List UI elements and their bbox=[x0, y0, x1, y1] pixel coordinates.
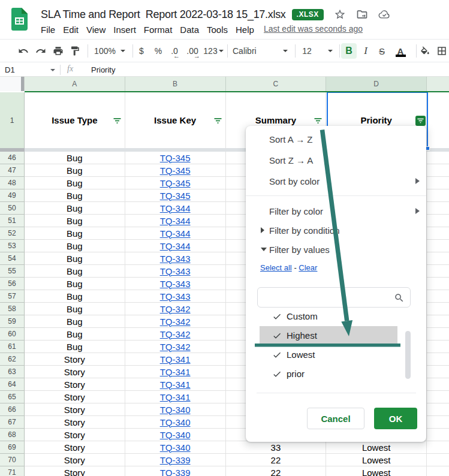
row-header-51[interactable]: 51 bbox=[0, 215, 25, 227]
row-header-60[interactable]: 60 bbox=[0, 328, 25, 341]
row-header-53[interactable]: 53 bbox=[0, 240, 25, 252]
cell-empty[interactable] bbox=[427, 353, 449, 366]
cell-empty[interactable] bbox=[427, 189, 449, 202]
format-percent-button[interactable]: % bbox=[152, 40, 164, 62]
cell-empty[interactable] bbox=[427, 215, 449, 227]
row-header-64[interactable]: 64 bbox=[0, 378, 25, 391]
filter-button-d[interactable] bbox=[415, 116, 426, 126]
issue-key-link[interactable]: TQ-341 bbox=[160, 392, 191, 402]
zoom-select[interactable]: 100% bbox=[93, 40, 117, 62]
row-header-47[interactable]: 47 bbox=[0, 164, 25, 177]
issue-key-link[interactable]: TQ-344 bbox=[160, 216, 191, 226]
cell-issue-key[interactable]: TQ-342 bbox=[125, 315, 226, 328]
clear-link[interactable]: Clear bbox=[299, 263, 317, 272]
last-edit-link[interactable]: Last edit was seconds ago bbox=[264, 24, 363, 34]
filter-icon-a[interactable] bbox=[113, 116, 121, 126]
sheets-logo-icon[interactable] bbox=[11, 8, 28, 31]
issue-key-link[interactable]: TQ-341 bbox=[160, 379, 191, 390]
cell-issue-type[interactable]: Story bbox=[25, 366, 125, 378]
cell-empty[interactable] bbox=[427, 227, 449, 240]
cell-issue-key[interactable]: TQ-345 bbox=[125, 177, 226, 189]
row-header-59[interactable]: 59 bbox=[0, 315, 25, 328]
decrease-decimal-button[interactable]: .0← bbox=[168, 40, 181, 62]
redo-button[interactable] bbox=[34, 40, 47, 62]
cell-a1[interactable]: Issue Type bbox=[25, 92, 125, 148]
bold-button[interactable]: B bbox=[341, 40, 357, 62]
issue-key-link[interactable]: TQ-341 bbox=[160, 354, 191, 364]
filter-icon-b[interactable] bbox=[214, 116, 222, 126]
cell-empty[interactable] bbox=[427, 454, 449, 466]
menu-edit[interactable]: Edit bbox=[63, 25, 79, 35]
cell-issue-key[interactable]: TQ-342 bbox=[125, 341, 226, 353]
cell-issue-key[interactable]: TQ-341 bbox=[125, 353, 226, 366]
cell-issue-key[interactable]: TQ-345 bbox=[125, 189, 226, 202]
column-header-B[interactable]: B bbox=[125, 77, 226, 91]
row-header-66[interactable]: 66 bbox=[0, 403, 25, 416]
cell-issue-type[interactable]: Story bbox=[25, 454, 125, 466]
filter-value-custom[interactable]: Custom bbox=[260, 307, 397, 326]
cell-issue-key[interactable]: TQ-341 bbox=[125, 366, 226, 378]
row-header-48[interactable]: 48 bbox=[0, 177, 25, 189]
issue-key-link[interactable]: TQ-345 bbox=[160, 153, 191, 163]
undo-button[interactable] bbox=[17, 40, 30, 62]
cloud-status-icon[interactable] bbox=[378, 8, 390, 20]
cell-empty[interactable] bbox=[427, 240, 449, 252]
cell-issue-key[interactable]: TQ-345 bbox=[125, 164, 226, 177]
issue-key-link[interactable]: TQ-343 bbox=[160, 254, 191, 264]
more-formats-caret-icon[interactable] bbox=[218, 40, 224, 62]
cell-empty[interactable] bbox=[427, 441, 449, 454]
issue-key-link[interactable]: TQ-343 bbox=[160, 266, 191, 276]
document-title[interactable]: SLA Time and Report Report 2022-03-18 15… bbox=[41, 8, 286, 21]
cell-issue-type[interactable]: Bug bbox=[25, 265, 125, 278]
issue-key-link[interactable]: TQ-339 bbox=[160, 468, 191, 476]
cell-issue-type[interactable]: Story bbox=[25, 378, 125, 391]
cell-priority[interactable]: Lowest bbox=[326, 466, 427, 476]
issue-key-link[interactable]: TQ-341 bbox=[160, 367, 191, 377]
cell-issue-key[interactable]: TQ-344 bbox=[125, 227, 226, 240]
cell-issue-type[interactable]: Bug bbox=[25, 328, 125, 341]
cell-issue-type[interactable]: Bug bbox=[25, 177, 125, 189]
issue-key-link[interactable]: TQ-343 bbox=[160, 279, 191, 289]
cell-issue-type[interactable]: Bug bbox=[25, 227, 125, 240]
cell-issue-key[interactable]: TQ-339 bbox=[125, 466, 226, 476]
values-scrollbar[interactable] bbox=[405, 331, 411, 379]
row-header-68[interactable]: 68 bbox=[0, 429, 25, 441]
menu-format[interactable]: Format bbox=[144, 25, 173, 35]
issue-key-link[interactable]: TQ-339 bbox=[160, 455, 191, 465]
issue-key-link[interactable]: TQ-340 bbox=[160, 405, 191, 415]
issue-key-link[interactable]: TQ-344 bbox=[160, 241, 191, 251]
filter-value-highest[interactable]: Highest bbox=[260, 326, 397, 345]
row-header-62[interactable]: 62 bbox=[0, 353, 25, 366]
cell-empty[interactable] bbox=[427, 278, 449, 290]
row-header-70[interactable]: 70 bbox=[0, 454, 25, 466]
cell-issue-type[interactable]: Story bbox=[25, 391, 125, 403]
cell-issue-type[interactable]: Bug bbox=[25, 152, 125, 164]
cell-issue-type[interactable]: Story bbox=[25, 353, 125, 366]
font-size-select[interactable]: 12 bbox=[300, 40, 314, 62]
cell-summary[interactable]: 22 bbox=[226, 466, 327, 476]
cancel-button[interactable]: Cancel bbox=[307, 408, 364, 429]
row-header-50[interactable]: 50 bbox=[0, 202, 25, 215]
cell-issue-type[interactable]: Bug bbox=[25, 215, 125, 227]
cell-summary[interactable]: 22 bbox=[226, 454, 327, 466]
italic-button[interactable]: I bbox=[359, 40, 372, 62]
cell-empty[interactable] bbox=[427, 416, 449, 429]
formula-input[interactable]: Priority bbox=[91, 65, 115, 74]
cell-issue-type[interactable]: Story bbox=[25, 429, 125, 441]
cell-issue-key[interactable]: TQ-340 bbox=[125, 403, 226, 416]
cell-issue-type[interactable]: Bug bbox=[25, 202, 125, 215]
cell-empty[interactable] bbox=[427, 303, 449, 315]
issue-key-link[interactable]: TQ-345 bbox=[160, 165, 191, 176]
cell-issue-key[interactable]: TQ-344 bbox=[125, 215, 226, 227]
filter-value-lowest[interactable]: Lowest bbox=[260, 345, 397, 364]
zoom-caret-icon[interactable] bbox=[120, 40, 126, 62]
cell-issue-key[interactable]: TQ-343 bbox=[125, 265, 226, 278]
cell-empty[interactable] bbox=[427, 265, 449, 278]
cell-issue-type[interactable]: Bug bbox=[25, 240, 125, 252]
issue-key-link[interactable]: TQ-343 bbox=[160, 291, 191, 302]
menu-item-filter-by-values[interactable]: Filter by values bbox=[246, 239, 426, 260]
row-header-52[interactable]: 52 bbox=[0, 227, 25, 240]
menu-data[interactable]: Data bbox=[180, 25, 199, 35]
issue-key-link[interactable]: TQ-342 bbox=[160, 342, 191, 352]
cell-issue-type[interactable]: Bug bbox=[25, 290, 125, 303]
